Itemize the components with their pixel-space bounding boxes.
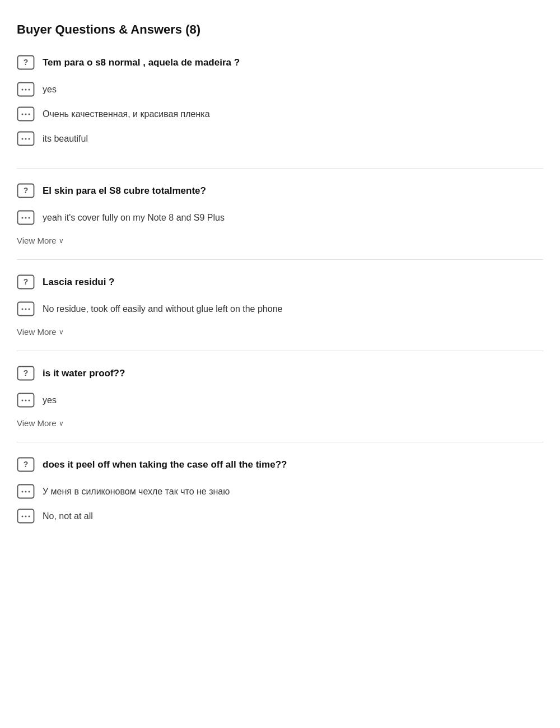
answer-row-q5-1: No, not at all [17,507,543,526]
svg-point-23 [22,309,24,310]
question-row-q3: ? Lascia residui ? [17,273,543,292]
svg-point-12 [25,138,27,140]
svg-point-3 [22,89,24,91]
answer-icon [17,82,35,100]
answer-icon [17,210,35,228]
answer-icon [17,508,35,526]
answer-icon [17,484,35,502]
svg-point-41 [29,516,30,517]
svg-point-17 [22,217,24,219]
answer-text: yes [43,81,57,96]
question-row-q2: ? El skin para el S8 cubre totalmente? [17,182,543,201]
svg-point-11 [22,138,24,140]
answer-text: У меня в силиконовом чехле так что не зн… [43,483,230,498]
question-text: does it peel off when taking the case of… [43,456,287,472]
qa-container: ? Tem para o s8 normal , aquela de madei… [17,54,543,545]
svg-text:?: ? [24,460,29,469]
svg-point-19 [29,217,30,219]
svg-point-7 [22,114,24,115]
question-icon: ? [17,457,35,475]
chevron-down-icon: ∨ [59,237,64,245]
svg-point-13 [29,138,30,140]
svg-point-31 [29,400,30,402]
view-more-label: View More [17,418,57,428]
svg-text:?: ? [24,58,29,67]
svg-point-29 [22,400,24,402]
svg-point-35 [22,491,24,493]
answer-text: Очень качественная, и красивая пленка [43,105,210,120]
view-more-button[interactable]: View More ∨ [17,418,64,428]
answer-row-q1-1: Очень качественная, и красивая пленка [17,105,543,124]
question-text: El skin para el S8 cubre totalmente? [43,182,206,198]
view-more-button[interactable]: View More ∨ [17,327,64,337]
view-more-label: View More [17,327,57,337]
svg-point-40 [25,516,27,517]
qa-section-q3: ? Lascia residui ? No residue, took off … [17,273,543,351]
svg-text:?: ? [24,277,29,286]
question-text: is it water proof?? [43,365,125,380]
svg-text:?: ? [24,368,29,377]
svg-text:?: ? [24,186,29,195]
question-icon: ? [17,183,35,201]
svg-point-18 [25,217,27,219]
answer-row-q1-2: its beautiful [17,130,543,149]
answer-icon [17,106,35,124]
question-icon: ? [17,274,35,292]
answer-text: yeah it's cover fully on my Note 8 and S… [43,209,225,224]
qa-section-q1: ? Tem para o s8 normal , aquela de madei… [17,54,543,169]
answer-row-q1-0: yes [17,81,543,100]
view-more-label: View More [17,236,57,245]
answer-row-q2-0: yeah it's cover fully on my Note 8 and S… [17,209,543,228]
svg-point-5 [29,89,30,91]
page-title: Buyer Questions & Answers (8) [17,22,543,37]
question-row-q4: ? is it water proof?? [17,365,543,384]
chevron-down-icon: ∨ [59,419,64,427]
question-row-q5: ? does it peel off when taking the case … [17,456,543,475]
svg-point-30 [25,400,27,402]
qa-section-q4: ? is it water proof?? yesView More ∨ [17,365,543,442]
svg-point-9 [29,114,30,115]
svg-point-37 [29,491,30,493]
answer-icon [17,393,35,410]
chevron-down-icon: ∨ [59,328,64,336]
svg-point-8 [25,114,27,115]
qa-section-q5: ? does it peel off when taking the case … [17,456,543,545]
question-text: Tem para o s8 normal , aquela de madeira… [43,54,240,69]
qa-section-q2: ? El skin para el S8 cubre totalmente? y… [17,182,543,260]
answer-icon [17,301,35,319]
question-row-q1: ? Tem para o s8 normal , aquela de madei… [17,54,543,73]
svg-point-25 [29,309,30,310]
answer-row-q4-0: yes [17,391,543,410]
answer-row-q5-0: У меня в силиконовом чехле так что не зн… [17,483,543,502]
answer-text: No, not at all [43,507,93,522]
svg-point-24 [25,309,27,310]
view-more-button[interactable]: View More ∨ [17,236,64,245]
answer-text: its beautiful [43,130,88,145]
svg-point-4 [25,89,27,91]
answer-icon [17,131,35,149]
answer-text: No residue, took off easily and without … [43,300,282,315]
answer-row-q3-0: No residue, took off easily and without … [17,300,543,319]
question-icon: ? [17,366,35,384]
question-icon: ? [17,55,35,73]
question-text: Lascia residui ? [43,273,115,289]
answer-text: yes [43,391,57,407]
svg-point-39 [22,516,24,517]
svg-point-36 [25,491,27,493]
